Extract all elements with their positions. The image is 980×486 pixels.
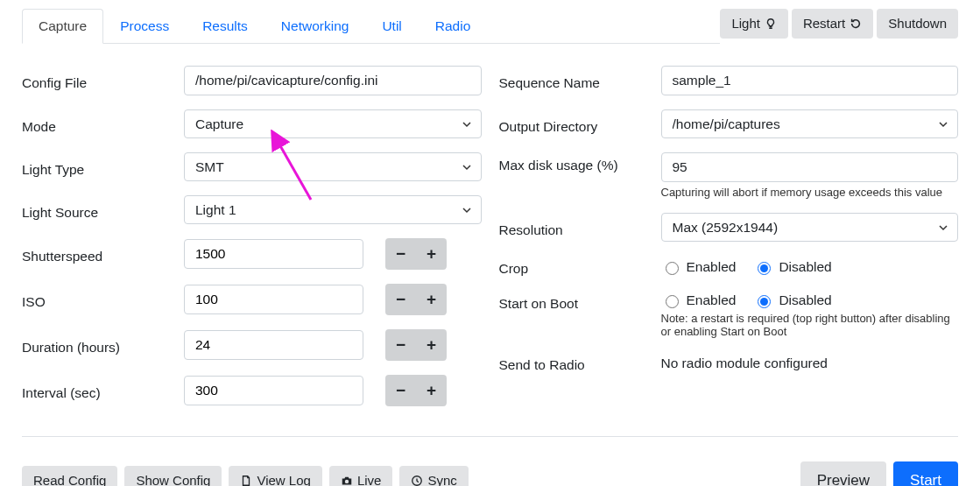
iso-plus-button[interactable]: +	[416, 284, 447, 315]
clock-icon	[411, 475, 423, 486]
iso-input[interactable]	[184, 285, 363, 314]
tab-process[interactable]: Process	[103, 9, 186, 44]
view-log-button[interactable]: View Log	[229, 466, 321, 486]
show-config-button[interactable]: Show Config	[124, 466, 222, 486]
interval-minus-button[interactable]: −	[385, 375, 416, 406]
start-on-boot-help: Note: a restart is required (top right b…	[661, 312, 959, 338]
tab-networking[interactable]: Networking	[264, 9, 366, 44]
start-button[interactable]: Start	[893, 461, 958, 486]
interval-plus-button[interactable]: +	[416, 375, 447, 406]
shutterspeed-input[interactable]	[184, 239, 363, 269]
interval-label: Interval (sec)	[22, 380, 184, 401]
restart-button[interactable]: Restart	[792, 9, 873, 39]
resolution-label: Resolution	[499, 217, 661, 238]
duration-label: Duration (hours)	[22, 335, 184, 356]
read-config-button[interactable]: Read Config	[22, 466, 117, 486]
restart-icon	[850, 18, 862, 30]
light-type-label: Light Type	[22, 157, 184, 178]
start-on-boot-label: Start on Boot	[499, 291, 661, 312]
duration-minus-button[interactable]: −	[385, 329, 416, 361]
light-type-select[interactable]: SMT	[184, 152, 482, 181]
camera-icon	[341, 475, 353, 486]
crop-disabled-radio[interactable]: Disabled	[753, 259, 831, 275]
sync-button[interactable]: Sync	[399, 466, 468, 486]
live-button[interactable]: Live	[329, 466, 393, 486]
output-dir-label: Output Directory	[499, 114, 661, 135]
start-on-boot-enabled-radio[interactable]: Enabled	[661, 292, 737, 308]
shutterspeed-label: Shutterspeed	[22, 243, 184, 264]
crop-label: Crop	[499, 256, 661, 277]
sequence-name-input[interactable]	[661, 66, 959, 95]
shutdown-button[interactable]: Shutdown	[877, 9, 958, 39]
duration-input[interactable]	[184, 330, 363, 360]
iso-minus-button[interactable]: −	[385, 284, 416, 315]
bulb-icon	[765, 18, 777, 30]
tab-bar: Capture Process Results Networking Util …	[22, 9, 720, 44]
crop-enabled-radio[interactable]: Enabled	[661, 259, 737, 275]
tab-results[interactable]: Results	[186, 9, 264, 44]
light-source-select[interactable]: Light 1	[184, 195, 482, 224]
max-disk-input[interactable]	[661, 152, 959, 182]
config-file-label: Config File	[22, 70, 184, 91]
resolution-select[interactable]: Max (2592x1944)	[661, 213, 959, 242]
light-source-label: Light Source	[22, 200, 184, 221]
shutterspeed-minus-button[interactable]: −	[385, 238, 416, 270]
start-on-boot-disabled-radio[interactable]: Disabled	[753, 292, 831, 308]
max-disk-help: Capturing will abort if memory usage exc…	[661, 186, 959, 199]
sequence-name-label: Sequence Name	[499, 70, 661, 91]
send-radio-label: Send to Radio	[499, 352, 661, 373]
max-disk-label: Max disk usage (%)	[499, 152, 661, 173]
duration-plus-button[interactable]: +	[416, 329, 447, 361]
mode-select[interactable]: Capture	[184, 109, 482, 138]
output-dir-select[interactable]: /home/pi/captures	[661, 109, 959, 138]
tab-radio[interactable]: Radio	[419, 9, 488, 44]
mode-label: Mode	[22, 114, 184, 135]
send-radio-text: No radio module configured	[661, 354, 959, 371]
config-file-input[interactable]	[184, 66, 482, 95]
iso-label: ISO	[22, 289, 184, 310]
light-button[interactable]: Light	[720, 9, 788, 39]
tab-util[interactable]: Util	[365, 9, 418, 44]
tab-capture[interactable]: Capture	[22, 9, 103, 44]
preview-button[interactable]: Preview	[800, 461, 886, 486]
shutterspeed-plus-button[interactable]: +	[416, 238, 447, 270]
interval-input[interactable]	[184, 376, 363, 405]
document-icon	[240, 475, 252, 486]
